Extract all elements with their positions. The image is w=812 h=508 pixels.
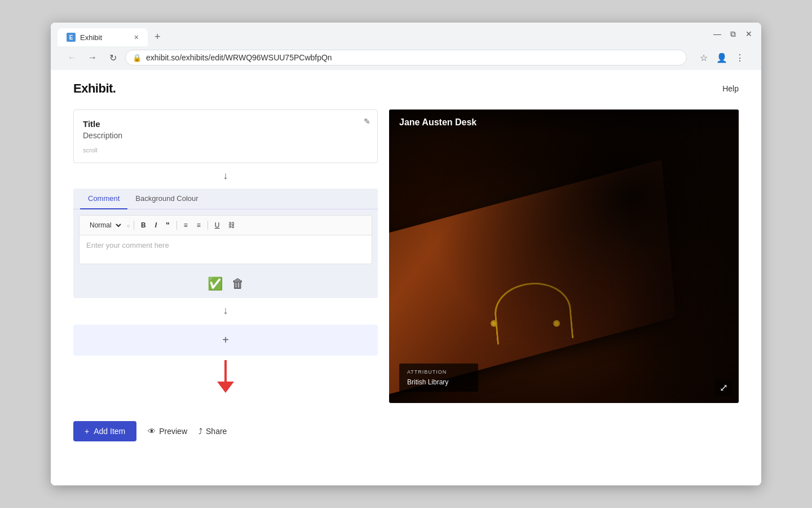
minimize-button[interactable]: — [712,28,723,40]
tab-background-colour[interactable]: Background Colour [127,189,206,209]
maximize-button[interactable]: ⧉ [727,28,739,40]
share-icon: ⤴ [198,427,202,436]
title-card-description: Description [83,131,368,140]
add-item-button[interactable]: + Add Item [73,421,136,441]
comment-editor: Normal ⬦ B I " [79,215,372,264]
toolbar-divider-3 [208,221,208,230]
main-layout: Title Description scroll ✎ ↓ Comment [73,110,739,441]
preview-image-area: Jane Austen Desk [389,110,739,403]
ordered-list-icon: ≡ [197,221,201,229]
tab-close-button[interactable]: × [134,33,139,42]
arrow-down-connector-1: ↓ [73,163,378,189]
menu-button[interactable]: ⋮ [732,50,748,65]
tab-title: Exhibit [80,33,102,42]
title-card: Title Description scroll ✎ [73,110,378,163]
arrow-down-connector-2: ↓ [73,298,378,323]
attribution-box: ATTRIBUTION British Library [399,364,478,392]
underline-button[interactable]: U [211,220,223,231]
confirm-comment-button[interactable]: ✅ [208,277,223,291]
red-arrow-svg [214,360,237,394]
browser-toolbar-right: ☆ 👤 ⋮ [696,50,748,65]
title-card-title: Title [83,119,368,129]
italic-icon: I [155,221,157,229]
italic-button[interactable]: I [152,220,160,231]
trash-icon: 🗑 [232,277,244,291]
style-select[interactable]: Normal [85,219,123,231]
lock-icon: 🔒 [133,54,142,62]
attribution-value: British Library [407,378,470,386]
toolbar-divider-1 [134,221,134,230]
edit-title-button[interactable]: ✎ [364,117,370,126]
blockquote-button[interactable]: " [162,219,173,231]
browser-tabs-row: E Exhibit × + — ⧉ ✕ [58,28,754,46]
desk-visual [389,110,739,403]
close-button[interactable]: ✕ [743,28,754,40]
forward-button[interactable]: → [85,50,100,65]
bottom-bar: + Add Item 👁 Preview ⤴ Share [73,415,378,441]
star-button[interactable]: ☆ [696,50,712,65]
svg-marker-1 [217,382,234,393]
arrow-down-icon-2: ↓ [223,305,228,317]
app-logo: Exhibit. [73,81,116,96]
add-item-plus-icon: + [85,427,89,436]
link-button[interactable]: ⛓ [225,220,239,231]
fullscreen-button[interactable]: ⤢ [715,379,732,396]
preview-label: Preview [159,427,187,436]
comment-placeholder: Enter your comment here [86,241,169,249]
url-text: exhibit.so/exhibits/edit/WRWQ96WSUU75PCw… [146,53,332,62]
ordered-list-button[interactable]: ≡ [193,220,204,231]
comment-tabs: Comment Background Colour [73,189,378,209]
toolbar-divider-2 [176,221,177,230]
help-link[interactable]: Help [722,84,739,93]
red-arrow-annotation [73,356,378,398]
attribution-label: ATTRIBUTION [407,369,470,375]
title-card-scroll-hint: scroll [83,147,368,154]
back-button[interactable]: ← [64,50,80,65]
bold-icon: B [141,221,146,229]
addressbar-row: ← → ↻ 🔒 exhibit.so/exhibits/edit/WRWQ96W… [58,46,754,70]
app-header: Exhibit. Help [73,81,739,96]
preview-eye-icon: 👁 [148,427,156,436]
blockquote-icon: " [166,221,170,230]
reload-button[interactable]: ↻ [105,50,121,65]
share-label: Share [206,427,227,436]
address-bar[interactable]: 🔒 exhibit.so/exhibits/edit/WRWQ96WSUU75P… [125,50,687,65]
comment-toolbar: Normal ⬦ B I " [80,216,372,235]
unordered-list-button[interactable]: ≡ [180,220,191,231]
comment-block: Comment Background Colour Normal ⬦ [73,189,378,298]
link-icon: ⛓ [228,221,235,229]
arrow-down-icon-1: ↓ [223,170,228,182]
confirm-icon: ✅ [208,277,223,291]
window-controls: — ⧉ ✕ [712,28,754,40]
add-section-button[interactable]: + [73,325,378,356]
preview-panel: Jane Austen Desk [389,110,739,403]
add-section-icon: + [222,334,229,347]
app-content: Exhibit. Help Title Description scroll ✎… [51,70,761,485]
new-tab-button[interactable]: + [150,29,165,45]
comment-actions: ✅ 🗑 [73,270,378,298]
fullscreen-icon: ⤢ [720,382,728,394]
browser-titlebar: E Exhibit × + — ⧉ ✕ ← → ↻ 🔒 exhibit.so/e… [51,23,761,70]
edit-pencil-icon: ✎ [364,117,370,126]
add-item-label: Add Item [94,427,125,436]
profile-button[interactable]: 👤 [714,50,730,65]
delete-comment-button[interactable]: 🗑 [232,277,244,291]
comment-input[interactable]: Enter your comment here [80,235,372,264]
tab-comment[interactable]: Comment [80,189,127,209]
preview-link[interactable]: 👁 Preview [148,427,187,436]
preview-title: Jane Austen Desk [389,110,739,135]
tab-favicon: E [67,33,76,42]
browser-tab[interactable]: E Exhibit × [58,28,148,46]
browser-window: E Exhibit × + — ⧉ ✕ ← → ↻ 🔒 exhibit.so/e… [51,23,761,485]
bold-button[interactable]: B [138,220,149,231]
underline-icon: U [215,221,220,229]
unordered-list-icon: ≡ [184,221,188,229]
share-link[interactable]: ⤴ Share [198,427,227,436]
editor-panel: Title Description scroll ✎ ↓ Comment [73,110,378,441]
